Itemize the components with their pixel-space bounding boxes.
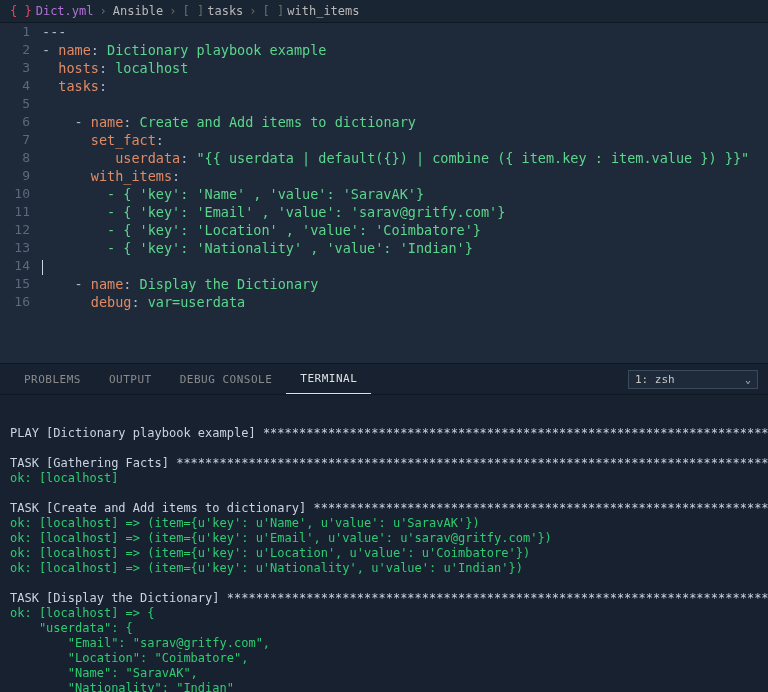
code-content[interactable]: --- - name: Dictionary playbook example … <box>42 23 768 363</box>
breadcrumb-file[interactable]: Dict.yml <box>36 4 94 18</box>
tab-debug-console[interactable]: DEBUG CONSOLE <box>166 365 287 394</box>
tab-terminal[interactable]: TERMINAL <box>286 364 371 394</box>
breadcrumb-part[interactable]: Ansible <box>113 4 164 18</box>
breadcrumb[interactable]: { } Dict.yml › Ansible › [ ] tasks › [ ]… <box>0 0 768 23</box>
chevron-right-icon: › <box>169 4 176 18</box>
shell-label: 1: zsh <box>635 373 675 386</box>
terminal-output[interactable]: PLAY [Dictionary playbook example] *****… <box>0 395 768 692</box>
terminal-shell-select[interactable]: 1: zsh ⌄ <box>628 370 758 389</box>
cursor <box>42 260 43 275</box>
chevron-right-icon: › <box>249 4 256 18</box>
breadcrumb-part[interactable]: tasks <box>207 4 243 18</box>
tab-problems[interactable]: PROBLEMS <box>10 365 95 394</box>
array-icon: [ ] <box>263 4 285 18</box>
yaml-file-icon: { } <box>10 4 32 18</box>
panel-tab-bar: PROBLEMS OUTPUT DEBUG CONSOLE TERMINAL 1… <box>0 363 768 395</box>
breadcrumb-part[interactable]: with_items <box>287 4 359 18</box>
tab-output[interactable]: OUTPUT <box>95 365 166 394</box>
chevron-right-icon: › <box>99 4 106 18</box>
gutter: 1 2 3 4 5 6 7 8 9 10 11 12 13 14 15 16 <box>0 23 42 363</box>
array-icon: [ ] <box>183 4 205 18</box>
code-editor[interactable]: 1 2 3 4 5 6 7 8 9 10 11 12 13 14 15 16 -… <box>0 23 768 363</box>
chevron-down-icon: ⌄ <box>745 374 751 385</box>
